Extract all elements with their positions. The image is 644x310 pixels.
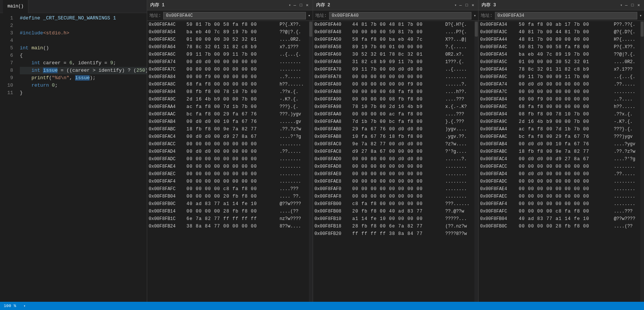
mem-hex-cell: ba eb 40 7c 89 19 7b 00 [517,51,612,58]
panel-1-scrollbar[interactable] [309,21,313,310]
table-row: 0x00F8FA7009 11 7b 00 00 d0 d0 00..{....… [313,66,479,73]
mem-ascii-cell: ........ [278,170,312,178]
mem-hex-cell: 00 00 00 00 c8 fa f8 00 [185,185,278,193]
mem-ascii-cell: ........ [278,66,312,73]
zoom-dropdown[interactable]: ▾ [24,304,25,308]
mem-hex-cell: 00 00 00 00 28 fb f8 00 [517,223,612,230]
table-row: 0x00F8FA4800 00 00 00 50 81 7b 00....P?{… [313,28,479,36]
table-row: 0x00F8FA4C50 81 7b 00 58 fa f8 00P?{.X??… [479,43,644,51]
table-row: 0x00F8FB0440 ad 83 77 a1 14 fe 10@??w???… [479,215,644,223]
table-row: 0x00F8FB1C6e 7a 82 77 ff ff ff ffnz?w???… [147,215,313,223]
mem-addr-cell: 0x00F8FB10 [313,215,351,223]
panel-1-dropdown-icon[interactable]: ▾ [289,3,291,7]
table-row: 0x00F8FAB400 d0 d0 00 10 fa 67 76......g… [147,118,313,125]
panel-2-addr-input[interactable] [329,12,471,19]
mem-hex-cell: 00 00 00 00 00 00 00 00 [185,163,278,170]
panel-3-maximize-btn[interactable]: □ [630,3,635,8]
mem-addr-cell: 0x00F8FAA4 [479,125,517,133]
panel-2-maximize-btn[interactable]: □ [464,3,469,8]
mem-hex-cell: 00 d0 d0 00 00 00 00 00 [185,58,278,66]
mem-addr-cell: 0x00F8FAAC [479,133,517,140]
table-row: 0x00F8FB1400 00 00 00 28 fb f8 00....(?? [147,208,313,215]
mem-addr-cell: 0x00F8FA8C [479,103,517,111]
mem-hex-cell: 00 d0 d0 00 d9 27 8a 67 [185,133,278,140]
mem-hex-cell: 00 00 00 00 00 00 00 00 [185,140,278,148]
mem-addr-cell: 0x00F8FA44 [479,36,517,43]
table-row: 0x00F8FA9000 00 00 00 08 fb f8 00....??? [313,96,479,103]
mem-hex-cell: 08 fb f8 00 78 10 7b 00 [517,111,612,118]
table-row: 0x00F8FAC400 d0 d0 00 d9 27 8a 67....?'?… [147,133,313,140]
mem-hex-cell: 00 00 00 00 00 00 00 00 [351,73,444,81]
table-row: 0x00F8FACC00 00 00 00 00 00 00 00.......… [479,163,644,170]
panel-3-address-bar: 地址: ▾ [479,10,644,21]
mem-hex-cell: 09 11 7b 00 00 d0 d0 00 [351,66,444,73]
mem-addr-cell: 0x00F8FB0C [147,200,185,208]
mem-ascii-cell: ........ [444,193,478,200]
mem-addr-cell: 0x00F8FA3C [479,28,517,36]
editor-tab-main[interactable]: main() [3,0,28,13]
mem-ascii-cell: ???.)ygv [278,111,312,118]
table-row: 0x00F8FB0C00 00 00 00 28 fb f8 00....(?? [479,223,644,230]
panel-3-close-btn[interactable]: ✕ [636,2,641,8]
line-number-6: 6 [0,52,13,59]
tab-label: main() [7,4,24,9]
panel-2-controls: ▾ — □ ✕ [454,2,475,8]
panel-3-scrollbar[interactable] [640,21,644,310]
mem-ascii-cell: @??w???? [612,215,644,223]
panel-1-addr-input[interactable] [163,12,306,19]
mem-hex-cell: 44 81 7b 00 48 81 7b 00 [351,21,444,28]
memory-panel-3: 内存 3 ▾ — □ ✕ 地址: ▾ 0x00F8FA3450 fa f8 00… [478,0,644,310]
mem-addr-cell: 0x00F8FA6C [479,73,517,81]
mem-hex-cell: 10 fa 67 76 18 fb f8 00 [351,133,444,140]
table-row: 0x00F8FA5058 fa f8 00 ba eb 40 7cX??...@… [313,36,479,43]
table-row: 0x00F8FAFC00 00 00 00 c8 fa f8 00....??? [147,185,313,193]
mem-ascii-cell: ........ [444,73,478,81]
mem-ascii-cell: ....?ygv [612,140,644,148]
panel-1-close-btn[interactable]: ✕ [305,2,310,8]
mem-ascii-cell: ........ [278,58,312,66]
table-row: 0x00F8FB20ff ff ff ff 38 8a 84 77????8??… [313,230,479,238]
mem-hex-cell: ff ff ff ff 38 8a 84 77 [351,230,444,238]
zoom-level: 100 % [4,304,16,308]
mem-addr-cell: 0x00F8FAE4 [147,163,185,170]
panel-2-addr-dropdown[interactable]: ▾ [474,13,476,18]
table-row: 0x00F8FAF000 00 00 00 00 00 00 00.......… [313,185,479,193]
mem-addr-cell: 0x00F8FAAC [147,111,185,118]
table-row: 0x00F8FB0820 fb f8 00 40 ad 83 77 ??.@??… [313,208,479,215]
mem-ascii-cell: ....??? [444,96,478,103]
mem-hex-cell: 58 fa f8 00 ba eb 40 7c [351,36,444,43]
mem-ascii-cell: x?.1??? [612,66,644,73]
mem-hex-cell: 00 00 00 00 50 81 7b 00 [351,28,444,36]
mem-hex-cell: 09 11 7b 00 09 11 7b 00 [185,51,278,58]
panel-3-addr-dropdown[interactable]: ▾ [640,13,642,18]
panel-3-addr-input[interactable] [495,12,637,19]
mem-hex-cell: 00 00 00 00 00 00 00 00 [351,178,444,185]
mem-ascii-cell: 8??w.... [278,223,312,230]
mem-hex-cell: 00 00 00 00 28 fb f8 00 [185,208,278,215]
mem-addr-cell: 0x00F8FB20 [313,230,351,238]
panel-2-close-btn[interactable]: ✕ [471,2,476,8]
panel-1-minimize-btn[interactable]: — [292,3,297,8]
panel-2-minimize-btn[interactable]: — [458,3,463,8]
table-row: 0x00F8FA6030 52 32 01 78 8c 32 010R2.x?. [313,51,479,58]
ide-status-bar: 100 % ▾ [0,302,644,310]
panel-1-addr-dropdown[interactable]: ▾ [308,13,310,18]
mem-ascii-cell: (??.nz?w [444,223,478,230]
panel-3-minimize-btn[interactable]: — [624,3,629,8]
mem-ascii-cell: .??..... [278,148,312,155]
panel-1-maximize-btn[interactable]: □ [298,3,303,8]
mem-addr-cell: 0x00F8FA6C [147,51,185,58]
mem-addr-cell: 0x00F8FAEC [479,193,517,200]
mem-addr-cell: 0x00F8FA68 [313,58,351,66]
panel-3-dropdown-icon[interactable]: ▾ [620,3,622,7]
mem-hex-cell: 89 19 7b 00 01 00 00 00 [351,43,444,51]
mem-ascii-cell: ........ [444,163,478,170]
mem-hex-cell: 18 fb f8 00 9e 7a 82 77 [517,148,612,155]
mem-hex-cell: 20 fb f8 00 40 ad 83 77 [351,208,444,215]
mem-hex-cell: 00 d0 d0 00 00 00 00 00 [517,170,612,178]
mem-hex-cell: 00 00 00 00 00 00 00 00 [517,163,612,170]
panel-2-dropdown-icon[interactable]: ▾ [454,3,456,7]
panel-2-scrollbar[interactable] [474,21,478,310]
mem-addr-cell: 0x00F8FAD4 [479,170,517,178]
mem-hex-cell: ac fa f8 00 7d 1b 7b 00 [517,125,612,133]
